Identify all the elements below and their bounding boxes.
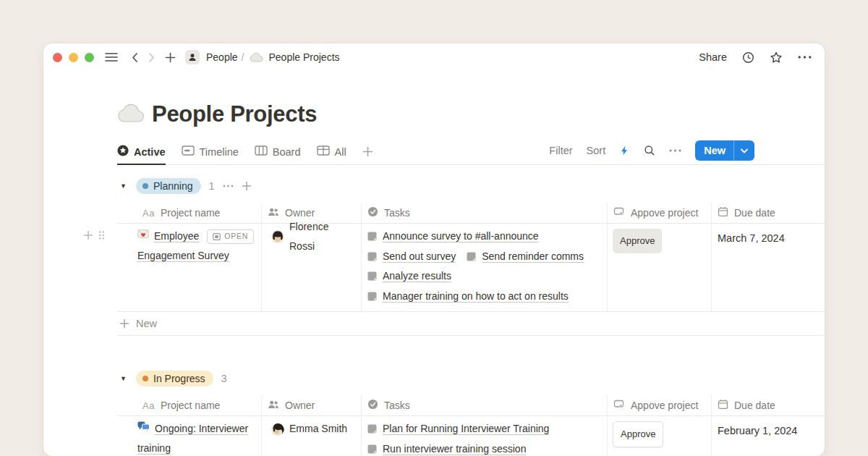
task-link[interactable]: Send out survey — [367, 247, 456, 266]
owner-cell[interactable]: Florence Rossi — [262, 224, 362, 311]
page-icon — [367, 232, 377, 241]
tab-board[interactable]: Board — [255, 145, 301, 165]
chat-bubbles-icon — [137, 419, 150, 439]
column-header-due-date[interactable]: Due date — [712, 203, 825, 223]
page-icon — [367, 252, 377, 261]
chevron-down-icon[interactable] — [733, 140, 754, 161]
tab-active[interactable]: Active — [117, 145, 166, 165]
column-header-due-date[interactable]: Due date — [712, 395, 825, 415]
automation-bolt-icon[interactable] — [619, 145, 630, 156]
new-row-button[interactable]: New — [117, 312, 825, 336]
group-count: 1 — [209, 180, 215, 192]
approve-button[interactable]: Approve — [613, 229, 662, 253]
filter-button[interactable]: Filter — [549, 145, 572, 156]
group-add-icon[interactable] — [242, 181, 252, 191]
back-icon[interactable] — [130, 52, 140, 63]
column-header-approve-project[interactable]: Appove project — [608, 395, 712, 415]
tasks-cell: Plan for Running Interviewer Training Ru… — [362, 416, 608, 456]
love-letter-icon — [137, 227, 149, 246]
close-window-button[interactable] — [53, 53, 62, 62]
column-header-owner[interactable]: Owner — [262, 395, 362, 415]
timeline-view-icon — [182, 145, 195, 159]
table-header: Aa Project name Owner Tasks — [117, 395, 825, 416]
avatar — [271, 230, 284, 243]
page-icon — [367, 292, 377, 301]
breadcrumb-separator: / — [242, 51, 244, 63]
group-in-progress: ▼ In Progress 3 Aa Project name Owner — [117, 368, 825, 456]
tasks-cell: Announce survey to #all-announce Send ou… — [362, 224, 608, 311]
new-page-icon[interactable] — [165, 52, 176, 63]
collapse-toggle-icon[interactable]: ▼ — [119, 375, 128, 382]
sidebar-menu-icon[interactable] — [105, 52, 118, 62]
task-link[interactable]: Run interviewer training session — [367, 439, 526, 456]
status-badge[interactable]: In Progress — [136, 371, 213, 387]
due-date-cell[interactable]: February 1, 2024 — [712, 416, 825, 456]
task-link[interactable]: Announce survey to #all-announce — [367, 227, 539, 246]
task-link[interactable]: Send reminder comms — [467, 247, 584, 266]
drag-handle-icon[interactable] — [98, 230, 105, 243]
owner-name[interactable]: Florence Rossi — [289, 217, 355, 256]
column-header-tasks[interactable]: Tasks — [362, 203, 608, 223]
table-row: Employee OPEN Engagement Survey Florence… — [117, 224, 825, 312]
breadcrumb-current[interactable]: People Projects — [268, 51, 339, 63]
owner-cell[interactable]: Emma Smith — [262, 416, 362, 456]
open-button[interactable]: OPEN — [207, 229, 254, 244]
row-add-icon[interactable] — [83, 230, 93, 243]
group-count: 3 — [221, 373, 227, 384]
tab-all[interactable]: All — [317, 145, 346, 165]
people-database-icon[interactable] — [185, 50, 200, 64]
group-more-icon[interactable] — [223, 185, 234, 187]
sort-button[interactable]: Sort — [587, 145, 606, 156]
approve-button[interactable]: Approve — [613, 421, 663, 447]
new-button[interactable]: New — [695, 140, 754, 161]
tab-timeline[interactable]: Timeline — [182, 145, 239, 165]
owner-name[interactable]: Emma Smith — [289, 419, 347, 439]
group-header-planning: ▼ Planning 1 — [119, 175, 825, 197]
due-date-cell[interactable]: March 7, 2024 — [712, 224, 825, 311]
row-hover-controls — [83, 230, 105, 243]
plus-icon — [119, 318, 129, 329]
page-icon — [467, 252, 476, 261]
notion-window: People / People Projects Share People Pr… — [43, 43, 825, 456]
column-header-tasks[interactable]: Tasks — [362, 395, 608, 415]
approve-cell: Approve — [608, 224, 712, 311]
view-bar: Active Timeline Board — [117, 142, 825, 165]
person-multiple-icon — [268, 207, 279, 219]
page-icon — [367, 424, 377, 434]
view-tabs: Active Timeline Board — [117, 145, 373, 164]
task-link[interactable]: Analyze results — [367, 266, 451, 286]
project-title-text[interactable]: Employee — [154, 227, 199, 246]
task-link[interactable]: Manager training on how to act on result… — [367, 287, 569, 306]
project-title-cell[interactable]: Ongoing: Interviewer training — [117, 416, 262, 456]
page-icon — [367, 271, 377, 281]
page-title: People Projects — [117, 101, 825, 127]
task-link[interactable]: Plan for Running Interviewer Training — [367, 419, 549, 439]
page-title-text[interactable]: People Projects — [152, 101, 317, 127]
share-button[interactable]: Share — [699, 51, 727, 63]
status-badge[interactable]: Planning — [136, 178, 201, 194]
view-more-icon[interactable] — [669, 149, 681, 152]
add-view-icon[interactable] — [362, 145, 373, 165]
forward-icon[interactable] — [147, 52, 156, 63]
search-icon[interactable] — [644, 145, 655, 156]
open-peek-icon — [213, 233, 221, 240]
more-options-icon[interactable] — [798, 56, 812, 59]
column-header-project-name[interactable]: Aa Project name — [117, 395, 262, 415]
project-title-text[interactable]: Ongoing: Interviewer — [155, 419, 248, 439]
group-header-in-progress: ▼ In Progress 3 — [119, 368, 825, 389]
column-header-approve-project[interactable]: Appove project — [608, 203, 712, 223]
cloud-page-icon[interactable] — [117, 104, 144, 126]
breadcrumb-root[interactable]: People — [206, 51, 238, 63]
table-row: Ongoing: Interviewer training Emma Smith — [117, 416, 825, 456]
button-click-icon — [613, 206, 625, 219]
minimize-window-button[interactable] — [69, 53, 78, 62]
favorite-star-icon[interactable] — [770, 51, 783, 64]
approve-cell: Approve — [608, 416, 712, 456]
column-header-project-name[interactable]: Aa Project name — [117, 203, 262, 223]
check-circle-icon — [367, 206, 378, 219]
clock-history-icon[interactable] — [742, 51, 754, 64]
window-topbar: People / People Projects Share — [43, 43, 825, 71]
collapse-toggle-icon[interactable]: ▼ — [119, 182, 128, 190]
zoom-window-button[interactable] — [85, 53, 94, 62]
project-title-cell[interactable]: Employee OPEN Engagement Survey — [117, 224, 262, 311]
